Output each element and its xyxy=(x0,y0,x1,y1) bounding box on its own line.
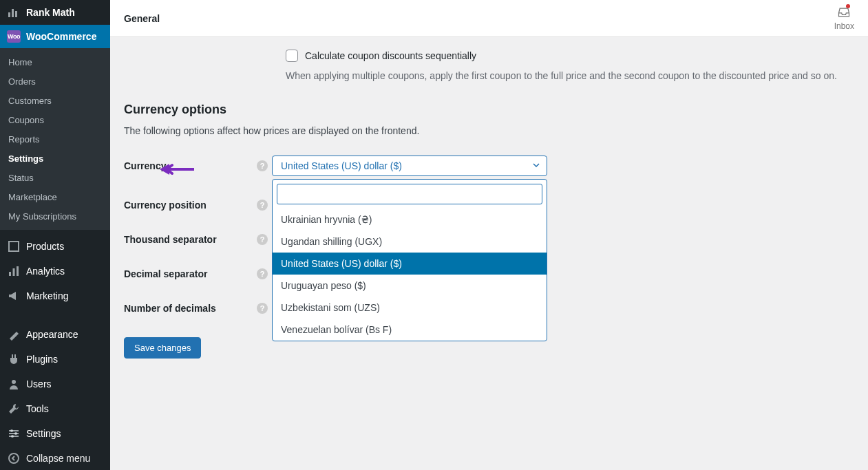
svg-rect-0 xyxy=(8,12,10,17)
sidebar-subitem-customers[interactable]: Customers xyxy=(0,91,110,110)
tools-icon xyxy=(7,402,21,416)
currency-options-list[interactable]: Ukrainian hryvnia (₴)Ugandan shilling (U… xyxy=(273,209,547,341)
sidebar-submenu-woocommerce: HomeOrdersCustomersCouponsReportsSetting… xyxy=(0,48,110,230)
sidebar-label: Appearance xyxy=(26,329,78,340)
collapse-label: Collapse menu xyxy=(26,453,90,464)
sidebar-label: Rank Math xyxy=(26,7,75,18)
notification-dot xyxy=(846,4,850,8)
currency-row: Currency ? United States (US) dollar ($)… xyxy=(124,156,854,176)
currency-label: Currency ? xyxy=(124,160,272,171)
decimal-separator-label: Decimal separator ? xyxy=(124,268,272,279)
sidebar-subitem-my-subscriptions[interactable]: My Subscriptions xyxy=(0,206,110,226)
sidebar-label: Plugins xyxy=(26,354,58,365)
settings-icon xyxy=(7,427,21,440)
svg-rect-4 xyxy=(9,272,11,276)
sidebar-label: WooCommerce xyxy=(26,31,96,42)
currency-option[interactable]: Ukrainian hryvnia (₴) xyxy=(273,209,547,231)
sidebar-item-plugins[interactable]: Plugins xyxy=(0,347,110,372)
svg-point-7 xyxy=(12,380,16,384)
plugins-icon xyxy=(7,352,21,366)
sidebar-subitem-coupons[interactable]: Coupons xyxy=(0,110,110,129)
currency-section-title: Currency options xyxy=(124,103,854,117)
currency-option[interactable]: Venezuelan bolívar (Bs F) xyxy=(273,319,547,341)
sidebar-item-rankmath[interactable]: Rank Math xyxy=(0,0,110,25)
currency-option[interactable]: Uzbekistani som (UZS) xyxy=(273,297,547,319)
coupon-helper-text: When applying multiple coupons, apply th… xyxy=(286,69,850,83)
sidebar-item-woocommerce[interactable]: Woo WooCommerce xyxy=(0,25,110,48)
collapse-icon xyxy=(7,451,21,465)
currency-select-display[interactable]: United States (US) dollar ($) xyxy=(272,156,547,176)
admin-sidebar: Rank Math Woo WooCommerce HomeOrdersCust… xyxy=(0,0,110,470)
users-icon xyxy=(7,377,21,391)
sidebar-item-products[interactable]: Products xyxy=(0,234,110,259)
sidebar-subitem-orders[interactable]: Orders xyxy=(0,72,110,91)
sidebar-item-marketing[interactable]: Marketing xyxy=(0,284,110,308)
svg-rect-2 xyxy=(15,11,17,17)
sidebar-label: Users xyxy=(26,378,52,389)
sidebar-item-settings[interactable]: Settings xyxy=(0,421,110,446)
help-icon[interactable]: ? xyxy=(257,234,268,245)
settings-content: Calculate coupon discounts sequentially … xyxy=(110,37,868,371)
coupon-sequential-label: Calculate coupon discounts sequentially xyxy=(305,50,476,61)
sidebar-label: Settings xyxy=(26,428,61,439)
sidebar-label: Products xyxy=(26,241,64,252)
svg-point-12 xyxy=(14,432,17,435)
currency-option[interactable]: Uruguayan peso ($) xyxy=(273,275,547,297)
svg-rect-3 xyxy=(9,242,19,251)
main-content: General Inbox Calculate coupon discounts… xyxy=(110,0,868,470)
marketing-icon xyxy=(7,289,21,303)
inbox-label: Inbox xyxy=(834,21,854,31)
svg-point-14 xyxy=(9,453,19,463)
sidebar-item-tools[interactable]: Tools xyxy=(0,396,110,421)
rankmath-icon xyxy=(7,6,21,19)
sidebar-subitem-reports[interactable]: Reports xyxy=(0,129,110,149)
sidebar-item-users[interactable]: Users xyxy=(0,372,110,396)
save-changes-button[interactable]: Save changes xyxy=(124,337,201,359)
sidebar-group-1: ProductsAnalyticsMarketing xyxy=(0,230,110,308)
sidebar-label: Analytics xyxy=(26,266,65,277)
currency-selected-value: United States (US) dollar ($) xyxy=(281,160,402,171)
chevron-down-icon xyxy=(532,160,540,171)
products-icon xyxy=(7,239,21,253)
inbox-button[interactable]: Inbox xyxy=(834,6,854,31)
sidebar-subitem-settings[interactable]: Settings xyxy=(0,149,110,168)
analytics-icon xyxy=(7,264,21,278)
sidebar-label: Tools xyxy=(26,403,49,414)
svg-rect-1 xyxy=(12,9,14,17)
help-icon[interactable]: ? xyxy=(257,303,268,314)
collapse-menu-button[interactable]: Collapse menu xyxy=(0,446,110,470)
appearance-icon xyxy=(7,328,21,341)
currency-dropdown-panel: Ukrainian hryvnia (₴)Ugandan shilling (U… xyxy=(272,179,547,341)
help-icon[interactable]: ? xyxy=(257,160,268,171)
sidebar-subitem-marketplace[interactable]: Marketplace xyxy=(0,187,110,206)
currency-option[interactable]: Ugandan shilling (UGX) xyxy=(273,231,547,253)
sidebar-subitem-status[interactable]: Status xyxy=(0,168,110,187)
thousand-separator-label: Thousand separator ? xyxy=(124,234,272,245)
svg-point-13 xyxy=(11,435,14,438)
sidebar-item-appearance[interactable]: Appearance xyxy=(0,322,110,347)
page-title: General xyxy=(124,13,160,24)
top-bar: General Inbox xyxy=(110,0,868,37)
sidebar-group-2: AppearancePluginsUsersToolsSettings xyxy=(0,318,110,446)
currency-position-label: Currency position ? xyxy=(124,200,272,211)
svg-rect-6 xyxy=(17,266,19,276)
number-of-decimals-label: Number of decimals ? xyxy=(124,303,272,314)
help-icon[interactable]: ? xyxy=(257,200,268,211)
coupon-sequential-checkbox[interactable] xyxy=(286,50,298,62)
help-icon[interactable]: ? xyxy=(257,268,268,279)
woocommerce-icon: Woo xyxy=(7,30,21,43)
currency-option[interactable]: United States (US) dollar ($) xyxy=(273,253,547,275)
sidebar-item-analytics[interactable]: Analytics xyxy=(0,259,110,284)
currency-select[interactable]: United States (US) dollar ($) Ukrainian … xyxy=(272,156,547,176)
sidebar-label: Marketing xyxy=(26,290,68,301)
currency-section-desc: The following options affect how prices … xyxy=(124,125,854,136)
coupon-sequential-row: Calculate coupon discounts sequentially xyxy=(286,50,854,62)
currency-search-input[interactable] xyxy=(277,184,542,204)
sidebar-subitem-home[interactable]: Home xyxy=(0,52,110,72)
svg-point-11 xyxy=(10,429,13,432)
svg-rect-5 xyxy=(13,268,15,276)
sidebar-top: Rank Math Woo WooCommerce HomeOrdersCust… xyxy=(0,0,110,230)
